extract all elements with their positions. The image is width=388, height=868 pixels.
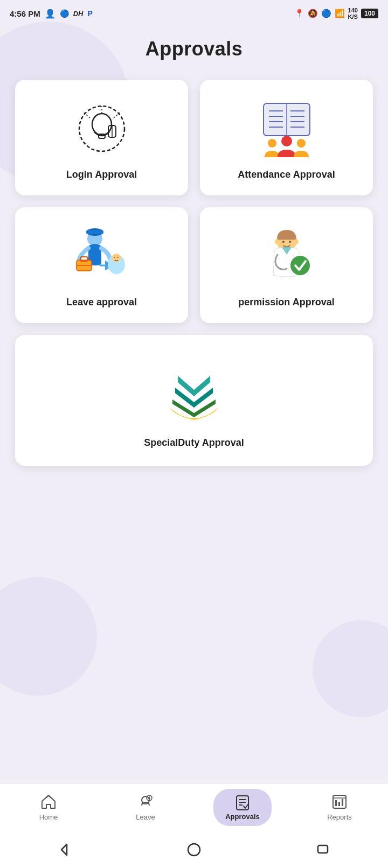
- leave-approval-label: Leave approval: [66, 297, 137, 308]
- leave-icon: [137, 794, 154, 810]
- location-icon: 📍: [294, 9, 304, 18]
- svg-rect-48: [335, 800, 337, 806]
- svg-point-18: [268, 139, 276, 148]
- person-icon: 👤: [45, 9, 56, 19]
- specialduty-approval-card[interactable]: SpecialDuty Approval: [15, 335, 373, 466]
- wifi-icon: 📶: [335, 9, 345, 18]
- nav-reports-label: Reports: [327, 813, 352, 821]
- dh-icon: DH: [73, 10, 84, 18]
- permission-approval-card[interactable]: permission Approval: [200, 207, 373, 323]
- nav-home-label: Home: [39, 813, 58, 821]
- svg-point-29: [114, 257, 115, 258]
- specialduty-approval-label: SpecialDuty Approval: [144, 437, 244, 449]
- status-time-group: 4:56 PM 👤 🔵 DH P: [10, 9, 93, 19]
- attendance-approval-label: Attendance Approval: [238, 169, 335, 180]
- svg-line-7: [114, 111, 121, 118]
- p-icon: P: [87, 9, 92, 18]
- system-nav-bar: [0, 831, 388, 868]
- nav-reports[interactable]: Reports: [291, 783, 388, 831]
- bell-silent-icon: 🔕: [308, 9, 318, 18]
- sim-icon: 🔵: [60, 9, 69, 18]
- bottom-navigation: Home Leave Appr: [0, 783, 388, 831]
- approvals-icon: [234, 794, 251, 810]
- nav-leave-label: Leave: [136, 813, 155, 821]
- system-home-button[interactable]: [182, 838, 206, 862]
- permission-approval-icon: [257, 227, 316, 286]
- bluetooth-icon: 🔵: [321, 9, 331, 18]
- svg-point-35: [289, 241, 291, 243]
- leave-approval-icon: [72, 227, 131, 286]
- bg-decoration-bottom-right: [313, 620, 388, 717]
- svg-marker-51: [61, 844, 67, 855]
- svg-rect-50: [342, 799, 343, 806]
- leave-approval-card[interactable]: Leave approval: [15, 207, 188, 323]
- svg-point-32: [275, 239, 279, 244]
- cards-grid: Login Approval: [15, 80, 373, 323]
- system-back-button[interactable]: [53, 838, 77, 862]
- page-title: Approvals: [15, 38, 373, 60]
- main-content: Approvals: [0, 27, 388, 596]
- login-approval-icon: [72, 99, 131, 158]
- svg-point-52: [188, 844, 200, 856]
- svg-point-33: [294, 239, 299, 244]
- svg-point-36: [290, 256, 310, 275]
- nav-leave[interactable]: Leave: [97, 783, 194, 831]
- svg-rect-49: [338, 802, 340, 806]
- status-icons-group: 📍 🔕 🔵 📶 140K/S 100: [294, 7, 378, 20]
- svg-point-34: [282, 241, 285, 243]
- svg-point-20: [297, 139, 306, 148]
- nav-approvals[interactable]: Approvals: [194, 783, 291, 831]
- status-time: 4:56 PM: [10, 9, 40, 18]
- nav-approvals-label: Approvals: [225, 813, 260, 821]
- attendance-approval-card[interactable]: Attendance Approval: [200, 80, 373, 195]
- login-approval-card[interactable]: Login Approval: [15, 80, 188, 195]
- reports-icon: [331, 794, 348, 810]
- svg-rect-53: [318, 845, 328, 853]
- login-approval-label: Login Approval: [66, 169, 137, 180]
- svg-rect-23: [86, 230, 103, 234]
- svg-point-30: [117, 257, 119, 258]
- system-recents-button[interactable]: [311, 838, 335, 862]
- speed-icon: 140K/S: [348, 7, 358, 20]
- attendance-approval-icon: [257, 99, 316, 158]
- specialduty-approval-icon: [159, 356, 229, 426]
- battery-icon: 100: [361, 9, 378, 18]
- svg-marker-37: [42, 795, 55, 801]
- nav-home[interactable]: Home: [0, 783, 97, 831]
- home-icon: [40, 794, 57, 810]
- svg-point-19: [281, 136, 292, 146]
- permission-approval-label: permission Approval: [238, 297, 334, 308]
